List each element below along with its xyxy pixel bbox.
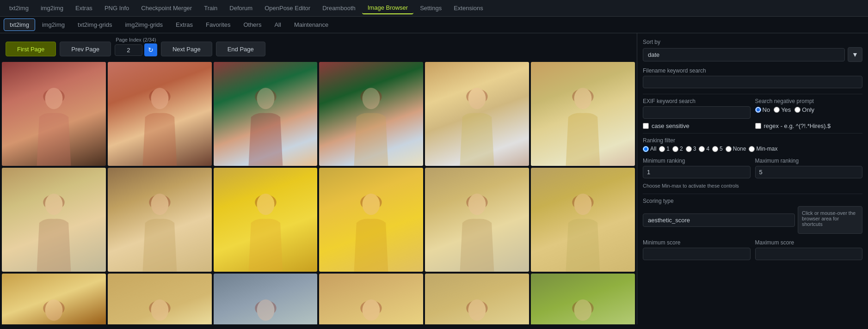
ranking-none-label: None: [733, 146, 746, 152]
svg-point-25: [45, 299, 62, 321]
negative-prompt-section: Search negative prompt No Yes Only: [755, 98, 863, 119]
sub-nav-img2img[interactable]: img2img: [36, 18, 71, 31]
scoring-row: aesthetic_score cafe_aesthetic cafe_waif…: [643, 206, 862, 234]
max-score-label: Maximum score: [755, 239, 863, 246]
ranking-minmax-option[interactable]: Min-max: [749, 146, 777, 152]
image-cell[interactable]: [425, 168, 529, 272]
regex-option: regex - e.g. ^(?!.*Hires).$: [755, 122, 863, 129]
image-cell[interactable]: [2, 168, 106, 272]
exif-search-input[interactable]: [643, 106, 751, 119]
image-cell[interactable]: [2, 274, 106, 324]
page-index-input[interactable]: [115, 44, 142, 56]
negative-no-option[interactable]: No: [755, 106, 770, 113]
negative-yes-option[interactable]: Yes: [774, 106, 791, 113]
negative-yes-radio[interactable]: [774, 107, 780, 113]
max-ranking-input[interactable]: [755, 166, 863, 178]
max-score-input[interactable]: [755, 248, 863, 260]
nav-png-info[interactable]: PNG Info: [99, 2, 135, 14]
toolbar: First Page Prev Page Page Index (2/34) ↻…: [0, 33, 637, 60]
min-ranking-input[interactable]: [643, 166, 751, 178]
image-cell[interactable]: [319, 168, 423, 272]
sort-select[interactable]: date name size created: [643, 48, 845, 61]
ranking-minmax-radio[interactable]: [749, 146, 755, 152]
negative-only-option[interactable]: Only: [794, 106, 814, 113]
max-ranking-section: Maximum ranking: [755, 158, 863, 178]
nav-checkpoint-merger[interactable]: Checkpoint Merger: [135, 2, 197, 14]
ranking-none-option[interactable]: None: [726, 146, 746, 152]
negative-no-radio[interactable]: [755, 107, 761, 113]
ranking-1-option[interactable]: 1: [659, 146, 670, 152]
ranking-1-radio[interactable]: [659, 146, 665, 152]
sort-direction-button[interactable]: ▼: [848, 47, 862, 62]
sub-nav-favorites[interactable]: Favorites: [200, 18, 236, 31]
image-cell[interactable]: [425, 274, 529, 324]
image-cell[interactable]: [319, 274, 423, 324]
ranking-2-label: 2: [680, 146, 683, 152]
ranking-4-radio[interactable]: [699, 146, 705, 152]
image-cell[interactable]: [319, 62, 423, 166]
next-page-button[interactable]: Next Page: [161, 42, 212, 56]
ranking-5-option[interactable]: 5: [712, 146, 723, 152]
sub-nav-extras[interactable]: Extras: [170, 18, 199, 31]
ranking-2-radio[interactable]: [672, 146, 678, 152]
ranking-3-option[interactable]: 3: [686, 146, 696, 152]
nav-dreambooth[interactable]: Dreambooth: [317, 2, 361, 14]
image-cell[interactable]: [214, 62, 318, 166]
filename-search-input[interactable]: [643, 76, 862, 88]
nav-openpose-editor[interactable]: OpenPose Editor: [259, 2, 316, 14]
image-cell[interactable]: [108, 168, 212, 272]
exif-search-label: EXIF keyword search: [643, 98, 751, 104]
nav-img2img[interactable]: img2img: [35, 2, 69, 14]
svg-point-9: [468, 88, 486, 109]
ranking-5-radio[interactable]: [712, 146, 718, 152]
ranking-all-option[interactable]: All: [643, 146, 656, 152]
case-sensitive-checkbox[interactable]: [643, 123, 649, 129]
nav-extras[interactable]: Extras: [70, 2, 98, 14]
sub-navigation: txt2img img2img txt2img-grids img2img-gr…: [0, 17, 868, 33]
nav-deforum[interactable]: Deforum: [224, 2, 258, 14]
end-page-button[interactable]: End Page: [216, 42, 265, 56]
sub-nav-img2img-grids[interactable]: img2img-grids: [119, 18, 169, 31]
image-cell[interactable]: [2, 62, 106, 166]
sort-section: Sort by date name size created ▼: [643, 39, 862, 62]
image-cell[interactable]: [531, 274, 635, 324]
sub-nav-maintenance[interactable]: Maintenance: [288, 18, 334, 31]
nav-extensions[interactable]: Extensions: [448, 2, 489, 14]
negative-only-radio[interactable]: [794, 107, 800, 113]
svg-point-27: [151, 299, 168, 321]
sub-nav-txt2img[interactable]: txt2img: [4, 18, 35, 31]
first-page-button[interactable]: First Page: [6, 42, 56, 56]
scoring-type-select[interactable]: aesthetic_score cafe_aesthetic cafe_waif…: [643, 213, 795, 227]
nav-image-browser[interactable]: Image Browser: [362, 2, 413, 14]
case-sensitive-label: case sensitive: [652, 122, 689, 129]
image-cell[interactable]: [108, 274, 212, 324]
image-cell[interactable]: [531, 168, 635, 272]
sub-nav-txt2img-grids[interactable]: txt2img-grids: [72, 18, 118, 31]
nav-train[interactable]: Train: [198, 2, 223, 14]
regex-checkbox[interactable]: [755, 123, 761, 129]
min-max-hint: Choose Min-max to activate these control…: [643, 183, 739, 189]
sub-nav-all[interactable]: All: [268, 18, 287, 31]
nav-txt2img[interactable]: txt2img: [4, 2, 34, 14]
ranking-4-option[interactable]: 4: [699, 146, 709, 152]
ranking-2-option[interactable]: 2: [672, 146, 683, 152]
refresh-button[interactable]: ↻: [144, 43, 157, 56]
ranking-minmax-label: Min-max: [756, 146, 777, 152]
nav-settings[interactable]: Settings: [414, 2, 447, 14]
image-cell[interactable]: [108, 62, 212, 166]
ranking-none-radio[interactable]: [726, 146, 732, 152]
ranking-all-radio[interactable]: [643, 146, 649, 152]
prev-page-button[interactable]: Prev Page: [60, 42, 111, 56]
min-score-input[interactable]: [643, 248, 751, 260]
ranking-3-radio[interactable]: [686, 146, 692, 152]
image-cell[interactable]: [214, 274, 318, 324]
negative-only-label: Only: [802, 106, 814, 113]
sub-nav-others[interactable]: Others: [237, 18, 267, 31]
exif-negative-row: EXIF keyword search Search negative prom…: [643, 98, 862, 119]
svg-point-29: [257, 299, 274, 321]
min-max-ranking-row: Minimum ranking Maximum ranking: [643, 158, 862, 178]
image-cell[interactable]: [531, 62, 635, 166]
image-cell[interactable]: [214, 168, 318, 272]
negative-prompt-label: Search negative prompt: [755, 98, 863, 104]
image-cell[interactable]: [425, 62, 529, 166]
